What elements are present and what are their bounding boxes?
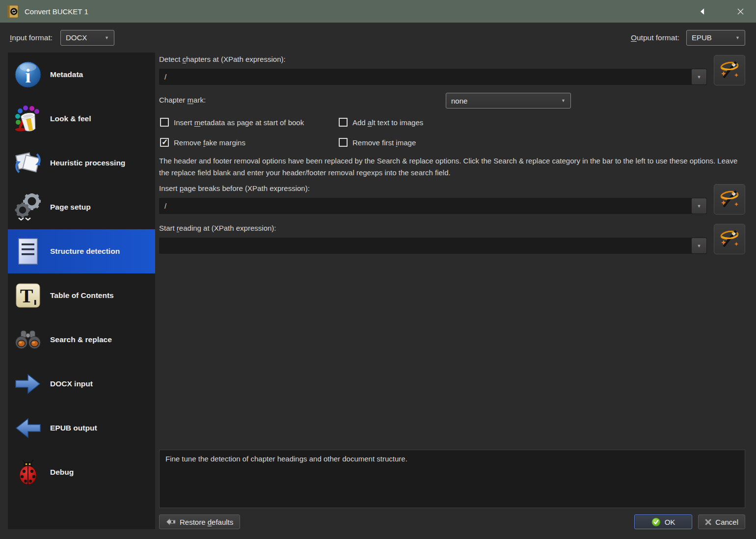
format-row: Input format: DOCX ▼ Output format: EPUB… (0, 23, 756, 53)
detect-chapters-value: / (159, 73, 692, 81)
sidebar-item-search-replace[interactable]: Search & replace (8, 318, 155, 362)
page-breaks-input[interactable]: / ▼ (159, 198, 707, 214)
combo-dropdown-button[interactable]: ▼ (692, 238, 706, 253)
sidebar-item-label: Page setup (50, 201, 91, 213)
checkbox[interactable] (160, 138, 169, 147)
header-footer-notice: The header and footer removal options ha… (159, 155, 745, 179)
close-icon (737, 8, 744, 15)
sidebar-item-epub-output[interactable]: EPUB output (8, 406, 155, 450)
checkbox[interactable] (160, 118, 169, 127)
combo-dropdown-button[interactable]: ▼ (692, 198, 706, 214)
xpath-wizard-button[interactable] (714, 224, 745, 254)
input-format-label: Input format: (10, 33, 53, 42)
xpath-wizard-button[interactable] (714, 184, 745, 215)
rotate-pages-icon (14, 149, 42, 177)
checkbox-label: Insert metadata as page at start of book (174, 118, 304, 127)
gears-icon (14, 193, 42, 221)
sidebar-item-label: Structure detection (50, 245, 120, 257)
app-icon (7, 5, 19, 18)
footer-actions: OK Cancel (634, 514, 745, 529)
sidebar-item-label: Table of Contents (50, 290, 114, 301)
start-reading-label: Start reading at (XPath expression): (159, 224, 707, 235)
output-format-value: EPUB (692, 33, 712, 42)
ok-label: OK (665, 518, 675, 526)
start-reading-value (159, 245, 692, 246)
detect-chapters-input[interactable]: / ▼ (159, 69, 707, 85)
paint-bucket-icon (14, 105, 42, 133)
description-text: Fine tune the detection of chapter headi… (165, 455, 407, 463)
arrow-left-icon (14, 414, 42, 442)
ladybug-icon (14, 458, 42, 486)
cancel-label: Cancel (715, 518, 738, 526)
convert-dialog: Convert BUCKET 1 Input format: DOCX ▼ Ou… (0, 0, 756, 539)
chevron-down-icon: ▼ (697, 243, 702, 248)
combo-dropdown-button[interactable]: ▼ (692, 69, 706, 84)
sidebar-item-label: Look & feel (50, 113, 91, 125)
page-breaks-label: Insert page breaks before (XPath express… (159, 184, 707, 195)
svg-text:i: i (25, 65, 30, 87)
remove-first-image-checkbox[interactable]: Remove first image (339, 138, 416, 147)
category-description: Fine tune the detection of chapter headi… (159, 450, 745, 508)
document-lines-icon (14, 237, 42, 266)
checkbox-label: Remove fake margins (174, 138, 245, 147)
sidebar-item-label: Metadata (50, 69, 83, 81)
binoculars-icon (14, 325, 42, 354)
structure-detection-panel: Detect chapters at (XPath expression): /… (159, 53, 745, 529)
start-reading-input[interactable]: ▼ (159, 238, 707, 254)
chevron-down-icon: ▼ (101, 35, 109, 40)
page-breaks-value: / (159, 202, 692, 210)
sidebar-item-label: Debug (50, 466, 74, 478)
sidebar-item-label: Search & replace (50, 334, 112, 346)
sidebar-item-structure-detection[interactable]: Structure detection (8, 229, 155, 273)
chevron-down-icon: ▼ (557, 98, 566, 103)
chevron-down-icon: ▼ (697, 75, 702, 80)
chapter-mark-select[interactable]: none ▼ (446, 93, 571, 108)
checkbox-label: Add alt text to images (352, 118, 423, 127)
input-format-value: DOCX (66, 33, 87, 42)
output-format-select[interactable]: EPUB ▼ (686, 30, 745, 46)
chevron-down-icon: ▼ (697, 204, 702, 209)
check-circle-icon (651, 517, 661, 527)
input-format-select[interactable]: DOCX ▼ (60, 30, 114, 46)
chapter-mark-label: Chapter mark: (159, 96, 206, 107)
restore-defaults-button[interactable]: Restore defaults (159, 514, 240, 529)
svg-text:T: T (20, 285, 33, 307)
sidebar-item-docx-input[interactable]: DOCX input (8, 362, 155, 406)
chevron-down-icon: ▼ (731, 35, 740, 40)
clear-left-icon (166, 518, 176, 526)
magic-wand-icon (718, 58, 741, 82)
sidebar-item-heuristic-processing[interactable]: Heuristic processing (8, 141, 155, 185)
xpath-wizard-button[interactable] (714, 55, 745, 85)
window-title: Convert BUCKET 1 (25, 7, 88, 16)
magic-wand-icon (718, 188, 741, 211)
titlebar: Convert BUCKET 1 (0, 0, 756, 23)
checkbox-label: Remove first image (352, 138, 416, 147)
shade-window-button[interactable] (692, 0, 712, 23)
ok-button[interactable]: OK (634, 514, 692, 529)
detect-chapters-label: Detect chapters at (XPath expression): (159, 55, 707, 66)
output-format-label: Output format: (631, 33, 679, 42)
add-alt-text-checkbox[interactable]: Add alt text to images (339, 118, 423, 127)
arrow-right-icon (14, 370, 42, 398)
close-button[interactable] (730, 0, 750, 23)
checkbox[interactable] (339, 138, 348, 147)
sidebar-item-metadata[interactable]: i Metadata (8, 53, 155, 97)
sidebar-item-page-setup[interactable]: Page setup (8, 185, 155, 229)
info-icon: i (14, 60, 42, 89)
insert-metadata-checkbox[interactable]: Insert metadata as page at start of book (160, 118, 339, 127)
sidebar-item-debug[interactable]: Debug (8, 450, 155, 494)
triangle-left-icon (700, 8, 704, 15)
sidebar-item-label: DOCX input (50, 378, 93, 390)
checkbox[interactable] (339, 118, 348, 127)
dialog-footer: Restore defaults OK Cancel (159, 514, 745, 529)
sidebar-item-look-and-feel[interactable]: Look & feel (8, 97, 155, 141)
sidebar-item-label: EPUB output (50, 422, 97, 434)
letter-tile-icon: T (14, 281, 42, 310)
cancel-button[interactable]: Cancel (698, 514, 745, 529)
sidebar-item-table-of-contents[interactable]: T Table of Contents (8, 273, 155, 318)
sidebar-item-label: Heuristic processing (50, 157, 125, 169)
category-list: i Metadata (8, 53, 155, 529)
x-icon (705, 518, 711, 526)
magic-wand-icon (718, 227, 741, 251)
remove-fake-margins-checkbox[interactable]: Remove fake margins (160, 138, 339, 147)
